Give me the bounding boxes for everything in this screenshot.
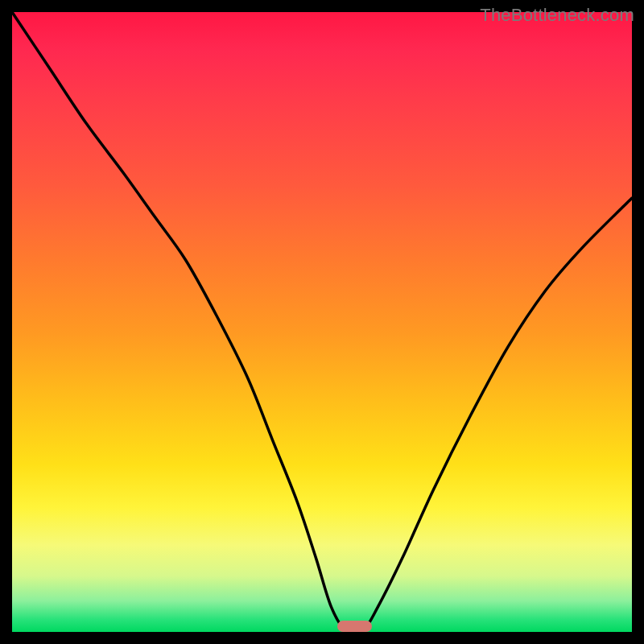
plot-area	[12, 12, 632, 632]
bottleneck-curve	[12, 12, 632, 632]
watermark-text: TheBottleneck.com	[480, 5, 634, 26]
optimal-zone-marker	[337, 621, 371, 632]
chart-frame: TheBottleneck.com	[0, 0, 644, 644]
